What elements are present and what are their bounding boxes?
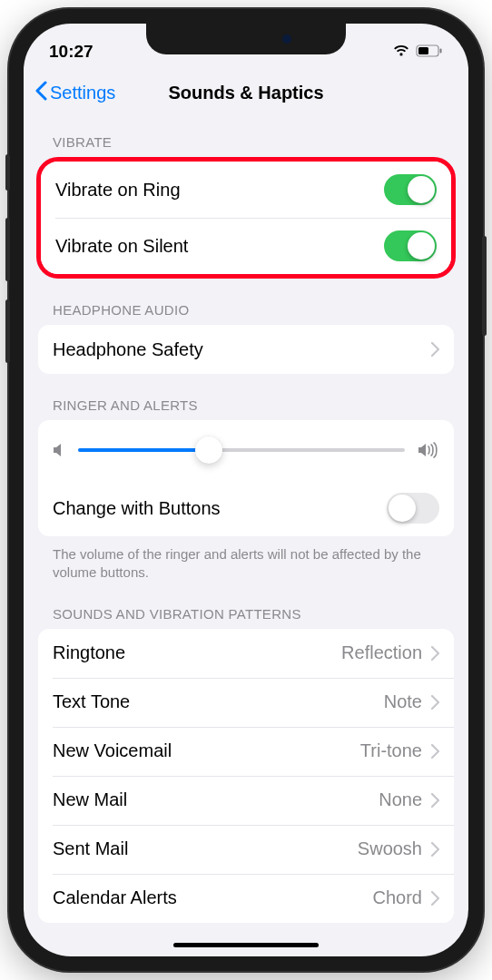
volume-up-button: [5, 218, 10, 281]
row-headphone-safety[interactable]: Headphone Safety: [38, 325, 454, 374]
row-new-mail[interactable]: New Mail None: [38, 776, 454, 825]
row-label: Headphone Safety: [53, 339, 431, 360]
section-footer-ringer: The volume of the ringer and alerts will…: [38, 536, 454, 583]
chevron-right-icon: [431, 646, 439, 661]
notch: [146, 24, 346, 54]
toggle-change-with-buttons[interactable]: [387, 493, 439, 524]
screen: 10:27 Settings Sounds & Haptics VIBRATE: [24, 24, 468, 956]
chevron-right-icon: [431, 793, 439, 808]
svg-rect-2: [440, 49, 442, 54]
row-text-tone[interactable]: Text Tone Note: [38, 678, 454, 727]
status-icons: [392, 42, 443, 62]
svg-rect-1: [418, 47, 428, 54]
group-patterns: Ringtone Reflection Text Tone Note New V…: [38, 629, 454, 923]
section-header-patterns: SOUNDS AND VIBRATION PATTERNS: [38, 583, 454, 629]
row-sent-mail[interactable]: Sent Mail Swoosh: [38, 825, 454, 874]
status-time: 10:27: [49, 42, 93, 62]
row-value: Reflection: [341, 642, 422, 663]
nav-bar: Settings Sounds & Haptics: [24, 67, 468, 118]
chevron-right-icon: [431, 342, 439, 357]
annotation-highlight: Vibrate on Ring Vibrate on Silent: [36, 157, 456, 279]
row-label: Calendar Alerts: [53, 887, 373, 908]
row-value: Tri-tone: [360, 740, 422, 761]
chevron-right-icon: [431, 744, 439, 759]
group-ringer: Change with Buttons: [38, 420, 454, 536]
row-change-with-buttons[interactable]: Change with Buttons: [38, 480, 454, 536]
row-value: Note: [384, 691, 422, 712]
home-indicator[interactable]: [173, 943, 319, 947]
row-vibrate-on-ring[interactable]: Vibrate on Ring: [41, 162, 451, 218]
chevron-left-icon: [34, 81, 47, 105]
back-button[interactable]: Settings: [34, 81, 115, 105]
chevron-right-icon: [431, 695, 439, 710]
chevron-right-icon: [431, 842, 439, 857]
group-headphone: Headphone Safety: [38, 325, 454, 374]
row-label: Text Tone: [53, 691, 384, 712]
row-vibrate-on-silent[interactable]: Vibrate on Silent: [41, 218, 451, 274]
volume-down-button: [5, 299, 10, 363]
row-new-voicemail[interactable]: New Voicemail Tri-tone: [38, 727, 454, 776]
content-scroll[interactable]: VIBRATE Vibrate on Ring Vibrate on Silen…: [24, 118, 468, 956]
section-header-headphone: HEADPHONE AUDIO: [38, 279, 454, 325]
row-label: New Voicemail: [53, 740, 360, 761]
section-header-vibrate: VIBRATE: [38, 118, 454, 157]
ringer-volume-slider[interactable]: [78, 436, 405, 464]
back-label: Settings: [50, 83, 115, 103]
silent-switch: [5, 154, 10, 191]
row-label: Change with Buttons: [53, 498, 387, 519]
battery-icon: [416, 42, 443, 62]
row-value: Swoosh: [358, 838, 422, 859]
row-label: New Mail: [53, 789, 379, 810]
toggle-vibrate-on-ring[interactable]: [384, 174, 437, 205]
row-label: Vibrate on Ring: [55, 180, 384, 201]
speaker-low-icon: [53, 442, 65, 458]
phone-frame: 10:27 Settings Sounds & Haptics VIBRATE: [9, 9, 483, 971]
row-label: Vibrate on Silent: [55, 236, 384, 257]
row-ringtone[interactable]: Ringtone Reflection: [38, 629, 454, 678]
group-vibrate: Vibrate on Ring Vibrate on Silent: [41, 162, 451, 274]
row-calendar-alerts[interactable]: Calendar Alerts Chord: [38, 874, 454, 923]
power-button: [482, 236, 487, 336]
section-header-ringer: RINGER AND ALERTS: [38, 374, 454, 420]
wifi-icon: [392, 42, 410, 62]
toggle-vibrate-on-silent[interactable]: [384, 230, 437, 261]
row-label: Ringtone: [53, 642, 341, 663]
row-value: Chord: [373, 887, 422, 908]
row-ringer-volume: [38, 420, 454, 480]
speaker-high-icon: [418, 441, 439, 459]
row-label: Sent Mail: [53, 838, 358, 859]
chevron-right-icon: [431, 891, 439, 906]
row-value: None: [379, 789, 422, 810]
